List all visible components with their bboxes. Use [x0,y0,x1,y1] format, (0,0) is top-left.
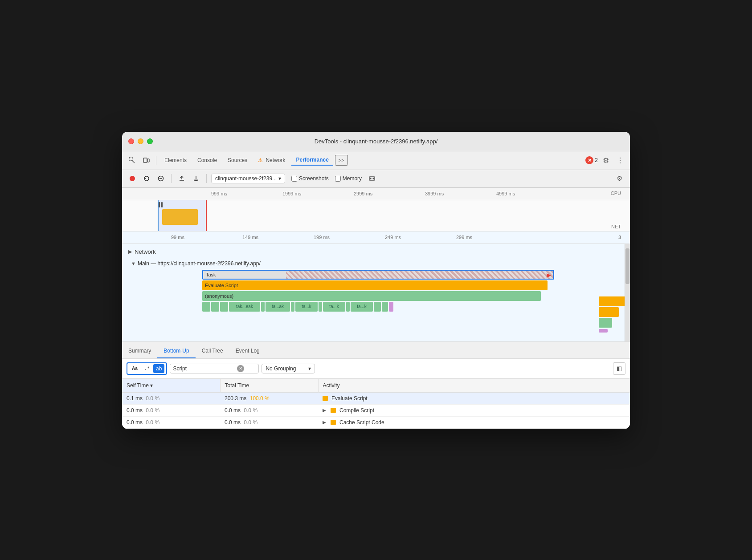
small-bar-1[interactable] [211,302,219,312]
self-percent-value: 0.0 % [146,407,159,414]
task-stripe [286,271,553,279]
tab-call-tree[interactable]: Call Tree [196,344,229,358]
settings-button[interactable]: ⚙ [600,154,612,166]
small-bar-9[interactable]: ta...k [323,302,345,312]
match-whole-word-button[interactable]: ab [153,364,164,373]
tab-console[interactable]: Console [193,155,221,165]
tab-bottom-up[interactable]: Bottom-Up [157,344,195,358]
tab-event-log[interactable]: Event Log [229,344,266,358]
right-bar-1 [599,296,625,306]
more-tabs-button[interactable]: >> [335,155,348,166]
main-collapse-arrow[interactable]: ▼ [131,261,136,266]
clear-button[interactable] [155,173,167,184]
search-clear-button[interactable]: ✕ [237,365,244,372]
inspect-element-button[interactable] [126,154,138,166]
activity-icon-2 [331,420,336,425]
network-row[interactable]: ▶ Network [127,246,630,258]
minimize-button[interactable] [138,138,143,144]
profile-selector[interactable]: clinquant-mousse-2f239... ▾ [211,174,285,183]
device-toolbar-button[interactable] [140,154,152,166]
scrollbar-thumb[interactable] [625,248,629,284]
regex-button[interactable]: .* [141,364,152,373]
svg-marker-11 [547,273,551,278]
tab-sources[interactable]: Sources [223,155,252,165]
mini-overview[interactable]: NET [122,200,630,231]
close-button[interactable] [128,138,134,144]
cpu-overview-bar [162,209,198,225]
upload-profile-button[interactable] [176,173,188,184]
table-row[interactable]: 0.1 ms 0.0 % 200.3 ms 100.0 % Evaluate S… [122,392,630,404]
cpu-label: CPU [611,191,621,196]
svg-point-4 [130,176,135,181]
tab-summary[interactable]: Summary [122,344,157,358]
memory-icon-button[interactable] [366,173,378,184]
header-self-time[interactable]: Self Time ▾ [122,379,220,393]
grouping-label: No Grouping [266,365,307,372]
small-bar-7[interactable]: ta...k [295,302,318,312]
small-bar-4[interactable] [261,302,265,312]
total-time-value: 200.3 ms [225,395,246,402]
svg-rect-0 [129,158,132,161]
task-label: Task [206,272,216,277]
download-profile-button[interactable] [190,173,202,184]
small-bar-10[interactable] [346,302,350,312]
search-wrapper: ✕ [170,364,259,373]
flame-chart-area[interactable]: ▶ Network ▼ Main — https://clinquant-mou… [122,244,630,342]
btick-249: 249 ms [385,235,401,240]
search-input[interactable] [173,365,235,372]
tab-elements[interactable]: Elements [160,155,191,165]
row-expand-arrow[interactable]: ▶ [323,408,326,413]
grouping-dropdown-icon: ▾ [308,365,311,372]
task-bar[interactable]: Task [202,270,554,280]
evaluate-script-bar[interactable]: Evaluate Script [202,280,548,290]
reload-profile-button[interactable] [141,173,152,184]
small-bar-8[interactable] [319,302,322,312]
self-percent-value: 0.0 % [146,419,159,426]
memory-checkbox-label[interactable]: Memory [335,175,362,182]
network-expand-arrow[interactable]: ▶ [128,249,132,255]
activity-label-2: Cache Script Code [339,419,384,426]
small-bar-13[interactable] [382,302,388,312]
warning-icon: ⚠ [258,157,263,163]
small-bar-5[interactable]: ta...ak [266,302,290,312]
header-activity[interactable]: Activity [318,379,630,393]
grouping-select[interactable]: No Grouping ▾ [262,364,315,373]
header-total-time[interactable]: Total Time [220,379,318,393]
divider [156,156,156,165]
total-time-value: 0.0 ms [225,407,241,414]
maximize-button[interactable] [147,138,153,144]
memory-checkbox[interactable] [335,176,341,182]
flame-scrollbar[interactable] [625,244,630,341]
small-bar-11[interactable]: ta...k [351,302,373,312]
anonymous-bar[interactable]: (anonymous) [202,291,541,301]
table-row[interactable]: 0.0 ms 0.0 % 0.0 ms 0.0 % ▶ Cache Script… [122,416,630,428]
record-button[interactable] [127,173,138,184]
error-icon: ✕ [585,156,593,164]
small-bar-3[interactable]: tak...eak [229,302,260,312]
main-track-label: Main — https://clinquant-mousse-2f2396.n… [138,260,261,267]
screenshots-checkbox-label[interactable]: Screenshots [291,175,329,182]
svg-line-1 [132,161,135,163]
error-count-button[interactable]: ✕ 2 [585,156,598,164]
capture-settings-button[interactable]: ⚙ [613,172,625,185]
memory-label: Memory [343,175,362,182]
row-expand-arrow[interactable]: ▶ [323,420,326,425]
devtools-window: DevTools - clinquant-mousse-2f2396.netli… [122,132,630,429]
small-bar-6[interactable] [291,302,294,312]
small-bar-12[interactable] [374,302,381,312]
table-row[interactable]: 0.0 ms 0.0 % 0.0 ms 0.0 % ▶ Compile Scri… [122,404,630,416]
filter-options-group: Aa .* ab [127,362,167,375]
small-bar-0[interactable] [202,302,210,312]
sidebar-toggle-button[interactable]: ◧ [613,362,625,375]
small-bar-2[interactable] [220,302,228,312]
tab-network[interactable]: ⚠ Network [253,155,290,165]
match-case-button[interactable]: Aa [129,365,140,372]
self-time-cell: 0.1 ms 0.0 % [122,392,220,404]
small-bar-purple[interactable] [389,302,393,312]
more-options-button[interactable]: ⋮ [614,154,626,166]
window-title: DevTools - clinquant-mousse-2f2396.netli… [315,138,438,145]
svg-rect-2 [143,158,147,162]
right-bar-4 [599,329,608,333]
screenshots-checkbox[interactable] [291,176,297,182]
tab-performance[interactable]: Performance [291,155,333,166]
